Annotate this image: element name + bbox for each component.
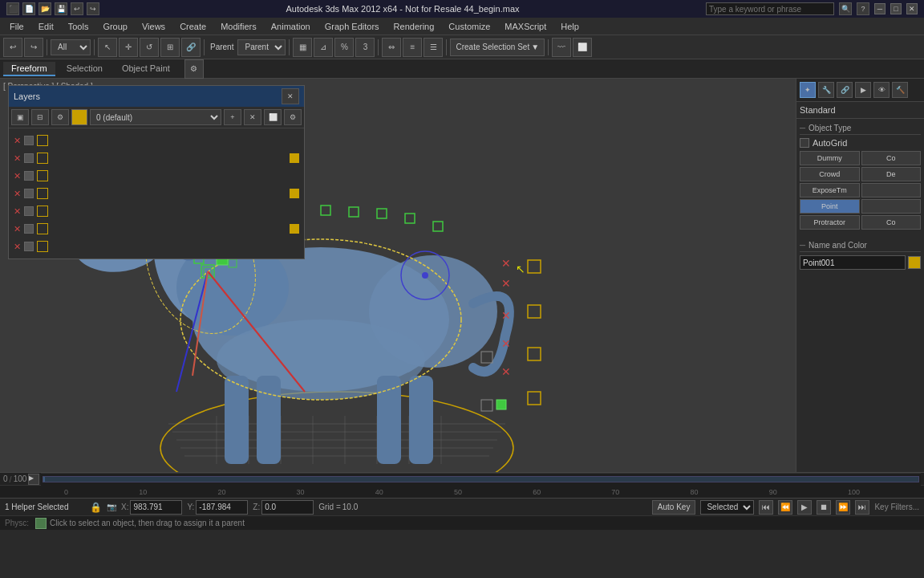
curve-editor-btn[interactable]: 〰 (552, 38, 571, 57)
layer-vis-toggle[interactable] (24, 153, 34, 163)
menu-help[interactable]: Help (554, 20, 586, 33)
menu-customize[interactable]: Customize (442, 20, 496, 33)
empty-btn-1[interactable] (861, 183, 922, 197)
y-coord-input[interactable] (196, 500, 248, 515)
align-btn[interactable]: ≡ (403, 38, 422, 57)
menu-create[interactable]: Create (173, 20, 213, 33)
layers-options-btn[interactable]: ⬜ (264, 109, 282, 125)
stop-btn[interactable]: ⏹ (817, 500, 831, 515)
utilities-panel-icon[interactable]: 🔨 (892, 82, 908, 98)
mirror-btn[interactable]: ⇔ (382, 38, 401, 57)
next-frame-btn[interactable]: ⏩ (836, 500, 850, 515)
percent-snap[interactable]: % (334, 38, 354, 57)
color-swatch[interactable] (908, 256, 921, 269)
modify-panel-icon[interactable]: 🔧 (818, 82, 834, 98)
layers-graph-icon[interactable]: ▣ (11, 109, 29, 125)
protractor-button[interactable]: Protractor (800, 215, 860, 230)
layers-settings-icon[interactable]: ⚙ (51, 109, 69, 125)
save-icon[interactable]: 💾 (55, 2, 67, 15)
redo-btn[interactable]: ↪ (24, 38, 43, 57)
layer-dropdown[interactable]: All (51, 39, 91, 55)
dummy-button[interactable]: Dummy (800, 151, 860, 165)
z-coord-input[interactable] (261, 500, 314, 515)
search-icon[interactable]: 🔍 (839, 2, 852, 15)
paint-options-btn[interactable]: ⚙ (184, 59, 204, 79)
menu-rendering[interactable]: Rendering (387, 20, 441, 33)
layers-close-button[interactable]: ✕ (282, 88, 299, 104)
menu-file[interactable]: File (3, 20, 30, 33)
redo-icon[interactable]: ↪ (87, 2, 99, 15)
scale-btn[interactable]: ⊞ (160, 38, 180, 57)
auto-key-button[interactable]: Auto Key (652, 500, 696, 515)
snap-count[interactable]: 3 (355, 38, 375, 57)
motion-panel-icon[interactable]: ▶ (855, 82, 871, 98)
menu-animation[interactable]: Animation (265, 20, 317, 33)
new-icon[interactable]: 📄 (22, 2, 35, 15)
menu-group[interactable]: Group (96, 20, 134, 33)
object-name-input[interactable] (800, 255, 906, 270)
layer-vis-toggle[interactable] (24, 242, 34, 251)
co-button-1[interactable]: Co (861, 151, 922, 165)
minimize-button[interactable]: ─ (874, 3, 886, 14)
layer-vis-toggle[interactable] (24, 189, 34, 198)
menu-views[interactable]: Views (136, 20, 172, 33)
undo-icon[interactable]: ↩ (71, 2, 83, 15)
help-icon[interactable]: ? (857, 2, 869, 15)
layer-vis-toggle[interactable] (24, 136, 34, 145)
layer-x-btn[interactable]: ✕ (14, 153, 21, 164)
layers-settings2-btn[interactable]: ⚙ (284, 109, 302, 125)
rotate-btn[interactable]: ↺ (140, 38, 159, 57)
close-button[interactable]: ✕ (906, 3, 918, 14)
viewport[interactable]: [ Perspective ] [ Shaded ] Layers ✕ ▣ ⊟ … (0, 79, 796, 472)
hierarchy-panel-icon[interactable]: 🔗 (837, 82, 853, 98)
layer-vis-toggle[interactable] (24, 171, 34, 181)
collapse-icon[interactable]: ─ (800, 124, 805, 132)
tab-object-paint[interactable]: Object Paint (114, 62, 178, 76)
layer-vis-toggle[interactable] (24, 206, 34, 216)
move-btn[interactable]: ✛ (119, 38, 138, 57)
crowd-button[interactable]: Crowd (800, 167, 860, 181)
menu-graph-editors[interactable]: Graph Editors (318, 20, 386, 33)
layers-name-dropdown[interactable]: 0 (default) (90, 109, 221, 125)
dope-sheet-btn[interactable]: ⬜ (573, 38, 592, 57)
exposetm-button[interactable]: ExposeTm (800, 183, 860, 197)
angle-snap[interactable]: ⊿ (314, 38, 333, 57)
layer-x-btn[interactable]: ✕ (14, 136, 21, 146)
open-icon[interactable]: 📂 (38, 2, 51, 15)
selected-dropdown[interactable]: Selected (700, 500, 754, 515)
layers-color-swatch[interactable] (71, 109, 87, 125)
autogrid-checkbox[interactable] (800, 138, 809, 148)
create-panel-icon[interactable]: ✦ (800, 82, 816, 98)
layer-x-btn[interactable]: ✕ (14, 242, 21, 252)
layers-add-btn[interactable]: + (224, 109, 241, 125)
go-to-start-btn[interactable]: ⏮ (759, 500, 773, 515)
co-button-2[interactable]: Co (861, 215, 922, 230)
timeline-slider[interactable] (41, 473, 921, 486)
link-btn[interactable]: 🔗 (181, 38, 201, 57)
name-collapse-icon[interactable]: ─ (800, 241, 805, 250)
layers-delete-btn[interactable]: ✕ (244, 109, 261, 125)
play-btn[interactable]: ▶ (797, 500, 812, 515)
x-coord-input[interactable] (130, 500, 182, 515)
snap-toggle[interactable]: ▦ (293, 38, 312, 57)
display-panel-icon[interactable]: 👁 (873, 82, 890, 98)
empty-btn-2[interactable] (861, 199, 922, 214)
layer-x-btn[interactable]: ✕ (14, 171, 21, 181)
layers-tree-icon[interactable]: ⊟ (31, 109, 49, 125)
parent-dropdown[interactable]: Parent (237, 39, 286, 55)
tab-selection[interactable]: Selection (59, 62, 111, 76)
point-button[interactable]: Point (800, 199, 860, 214)
tab-freeform[interactable]: Freeform (3, 62, 55, 76)
undo-btn[interactable]: ↩ (3, 38, 22, 57)
layer-vis-toggle[interactable] (24, 224, 34, 234)
search-input[interactable] (706, 2, 834, 15)
menu-edit[interactable]: Edit (32, 20, 60, 33)
create-selection-button[interactable]: Create Selection Set ▼ (450, 39, 545, 56)
menu-tools[interactable]: Tools (62, 20, 95, 33)
layer-x-btn[interactable]: ✕ (14, 189, 21, 199)
de-button[interactable]: De (861, 167, 922, 181)
layer-mgr-btn[interactable]: ☰ (424, 38, 443, 57)
prev-frame-btn[interactable]: ⏪ (778, 500, 792, 515)
maximize-button[interactable]: □ (890, 3, 902, 14)
menu-maxscript[interactable]: MAXScript (498, 20, 553, 33)
